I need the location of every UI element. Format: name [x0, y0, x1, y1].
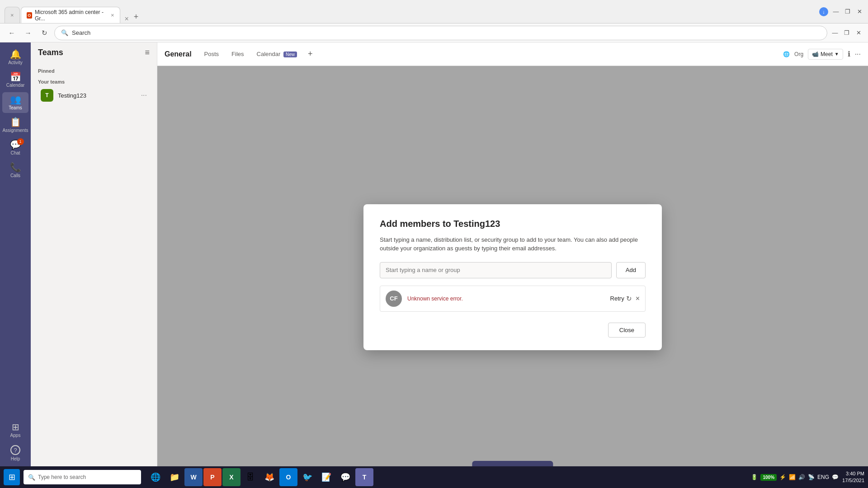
pinned-section-label: Pinned [31, 65, 157, 75]
taskbar-outlook[interactable]: O [279, 468, 297, 486]
browser-minimize[interactable]: — [831, 29, 839, 37]
profile-icon[interactable]: ↓ [819, 7, 828, 16]
user-avatar-cf: CF [386, 291, 402, 307]
sidebar-label-activity: Activity [8, 60, 23, 65]
tab2-close[interactable]: × [111, 12, 114, 19]
taskbar-firefox[interactable]: 🦊 [260, 468, 278, 486]
calendar-new-badge: New [283, 52, 297, 57]
sidebar-item-chat[interactable]: 💬 1 Chat [2, 137, 28, 158]
browser-tab-1[interactable]: × [5, 7, 20, 23]
teams-menu-button[interactable]: ≡ [145, 48, 150, 57]
address-bar[interactable]: 🔍 [54, 26, 827, 40]
taskbar-powerpoint[interactable]: P [203, 468, 222, 486]
search-icon: 🔍 [61, 29, 68, 36]
error-message: Unknown service error. [407, 296, 605, 302]
minimize-button[interactable]: — [832, 8, 840, 16]
add-member-button[interactable]: Add [616, 262, 646, 278]
sidebar-label-teams: Teams [9, 105, 22, 110]
calls-icon: 📞 [10, 163, 21, 172]
browser-maximize[interactable]: ❐ [843, 29, 851, 37]
modal-input-row: Add [380, 262, 646, 278]
sidebar-item-teams[interactable]: 👥 Teams [2, 92, 28, 113]
battery-percentage: 100% [760, 474, 777, 481]
teams-panel-title: Teams [38, 48, 63, 57]
browser-chrome: × O Microsoft 365 admin center - Gr... ×… [0, 0, 868, 23]
member-search-input[interactable] [380, 262, 612, 278]
taskbar-app-icons: 🌐 📁 W P X 🗄 🦊 O 🐦 📝 💬 T [146, 468, 373, 486]
error-row: CF Unknown service error. Retry ↻ × [380, 286, 646, 312]
refresh-button[interactable]: ↻ [38, 27, 51, 39]
taskbar-search[interactable]: 🔍 Type here to search [24, 470, 141, 484]
address-input[interactable] [72, 29, 821, 36]
team-options-testing123[interactable]: ··· [141, 91, 147, 99]
taskbar-word[interactable]: W [184, 468, 203, 486]
org-label[interactable]: Org [794, 51, 803, 57]
add-tab-button[interactable]: + [130, 10, 142, 23]
sidebar-label-apps: Apps [10, 433, 21, 438]
notification-icon[interactable]: 💬 [832, 474, 839, 480]
team-item-testing123[interactable]: T Testing123 ··· [33, 86, 154, 104]
error-actions: Retry ↻ × [610, 295, 640, 303]
info-button[interactable]: ℹ [848, 50, 850, 58]
channel-name: General [165, 50, 192, 58]
tab1-close[interactable]: × [10, 12, 14, 19]
sidebar-label-calls: Calls [10, 173, 20, 178]
channel-tabs: Posts Files Calendar New + [199, 47, 316, 61]
assignments-icon: 📋 [10, 117, 21, 127]
browser-tab-2[interactable]: O Microsoft 365 admin center - Gr... × [21, 7, 120, 23]
modal-description: Start typing a name, distribution list, … [380, 235, 646, 253]
close-button[interactable]: ✕ [855, 8, 863, 16]
taskbar-explorer[interactable]: 📁 [165, 468, 184, 486]
tab2-label: Microsoft 365 admin center - Gr... [35, 9, 105, 22]
help-icon: ? [10, 445, 20, 455]
org-icon: 🌐 [783, 51, 790, 57]
meet-label: Meet [821, 51, 833, 57]
modal-footer: Close [380, 323, 646, 338]
taskbar-whatsapp[interactable]: 💬 [336, 468, 354, 486]
taskbar-excel[interactable]: X [222, 468, 241, 486]
start-button[interactable]: ⊞ [4, 469, 20, 485]
forward-button[interactable]: → [22, 27, 34, 39]
taskbar-misc2[interactable]: 📝 [317, 468, 335, 486]
retry-label: Retry [610, 295, 624, 302]
taskbar-misc1[interactable]: 🐦 [298, 468, 316, 486]
message-area: ✎ New conversation Add members to Testin… [157, 66, 868, 488]
sidebar-label-chat: Chat [10, 150, 20, 155]
back-button[interactable]: ← [5, 27, 18, 39]
clock-time: 3:40 PM [842, 470, 864, 477]
sidebar-item-apps[interactable]: ⊞ Apps [2, 420, 28, 441]
browser-close[interactable]: ✕ [854, 29, 863, 37]
channel-tab-calendar[interactable]: Calendar New [251, 48, 302, 60]
add-tab-button[interactable]: + [304, 47, 316, 61]
sidebar-label-assignments: Assignments [2, 128, 28, 133]
calendar-icon: 📅 [10, 72, 21, 81]
taskbar-search-placeholder: Type here to search [38, 474, 86, 480]
more-button[interactable]: ··· [855, 50, 861, 58]
taskbar-teams[interactable]: T [355, 468, 373, 486]
teams-panel: Teams ≡ Pinned Your teams T Testing123 ·… [31, 42, 157, 488]
close-modal-button[interactable]: Close [608, 323, 646, 338]
close-other-tab[interactable]: × [125, 15, 129, 23]
chevron-down-icon: ▼ [835, 52, 839, 56]
taskbar-clock[interactable]: 3:40 PM 17/5/2021 [842, 470, 864, 484]
maximize-button[interactable]: ❐ [844, 8, 852, 16]
team-avatar-testing123: T [41, 89, 53, 102]
sidebar-item-calls[interactable]: 📞 Calls [2, 160, 28, 181]
retry-button[interactable]: Retry ↻ [610, 295, 632, 303]
sidebar-item-help[interactable]: ? Help [2, 442, 28, 464]
taskbar-chrome[interactable]: 🌐 [146, 468, 165, 486]
meet-button[interactable]: 📹 Meet ▼ [808, 49, 843, 60]
channel-tab-files[interactable]: Files [226, 48, 249, 60]
sidebar-item-calendar[interactable]: 📅 Calendar [2, 70, 28, 90]
taskbar-db[interactable]: 🗄 [241, 468, 259, 486]
sys-tray: 🔋 100% ⚡ 📶 🔊 📡 ENG 💬 [751, 474, 839, 481]
sidebar-label-help: Help [11, 456, 20, 461]
chat-badge: 1 [17, 138, 24, 145]
error-close-button[interactable]: × [636, 295, 640, 303]
sidebar-item-activity[interactable]: 🔔 Activity [2, 47, 28, 68]
sidebar-item-assignments[interactable]: 📋 Assignments [2, 115, 28, 136]
retry-icon: ↻ [626, 295, 632, 303]
channel-tab-posts[interactable]: Posts [199, 48, 225, 60]
team-name-testing123: Testing123 [58, 92, 86, 99]
tab2-favicon: O [27, 12, 32, 19]
